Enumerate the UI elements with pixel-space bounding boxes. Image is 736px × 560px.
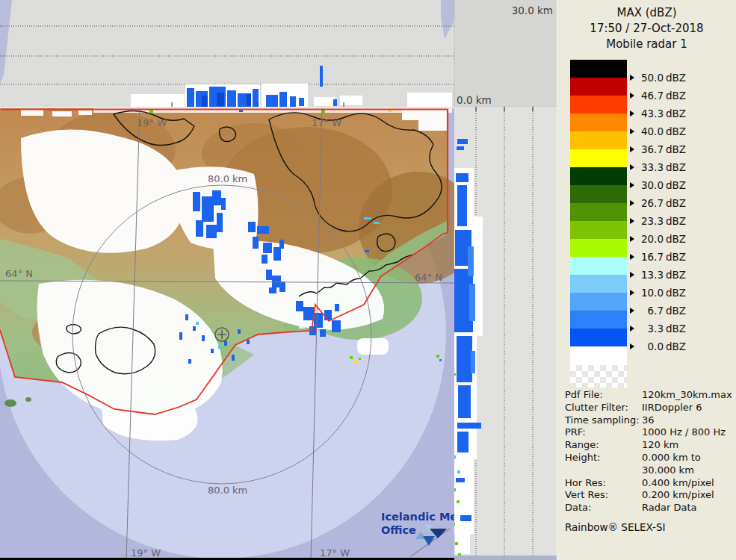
- tick-arrow-icon: [630, 146, 634, 152]
- metadata-value: Radar Data: [642, 502, 734, 514]
- tick-arrow-icon: [630, 75, 634, 81]
- lat-label-right: 64° N: [415, 272, 442, 283]
- colorbar-tick: 16.7dBZ: [630, 251, 686, 263]
- tick-arrow-icon: [630, 326, 634, 332]
- colorbar-tick: 13.3dBZ: [630, 269, 686, 281]
- metadata-label: Height:: [565, 452, 642, 464]
- colorbar-tick: 33.3dBZ: [630, 161, 686, 173]
- tick-unit: dBZ: [666, 125, 686, 137]
- tick-arrow-icon: [630, 164, 634, 170]
- tick-arrow-icon: [630, 343, 634, 349]
- colorbar-tick: 23.3dBZ: [630, 215, 686, 227]
- product-datetime: 17:50 / 27-Oct-2018: [557, 21, 736, 37]
- tick-arrow-icon: [630, 182, 634, 188]
- metadata-value: 0.200 km/pixel: [642, 489, 734, 502]
- metadata-row: Vert Res:0.200 km/pixel: [565, 489, 734, 502]
- tick-unit: dBZ: [666, 179, 686, 191]
- colorbar-band: [570, 167, 627, 185]
- range-ring-label-north: 80.0 km: [208, 173, 247, 184]
- colorbar-tick: 36.7dBZ: [630, 143, 686, 155]
- tick-value: 10.0: [637, 287, 664, 299]
- metadata-table: Pdf File:120km_30km.maxClutter Filter:II…: [565, 389, 734, 534]
- radar-map-view[interactable]: 19° W 17° W 19° W 17° W 64° N 64° N 80.0…: [0, 108, 478, 560]
- colorbar-tick: 50.0dBZ: [630, 72, 686, 84]
- tick-unit: dBZ: [666, 197, 686, 209]
- tick-arrow-icon: [630, 290, 634, 296]
- tick-value: 43.3: [637, 108, 664, 119]
- tick-value: 26.7: [637, 197, 664, 209]
- tick-unit: dBZ: [666, 143, 686, 155]
- colorbar-tick: 20.0dBZ: [630, 233, 686, 245]
- tick-value: 13.3: [637, 269, 664, 281]
- tick-arrow-icon: [630, 111, 634, 116]
- tick-value: 20.0: [637, 233, 664, 245]
- colorbar-band: [570, 185, 627, 203]
- tick-arrow-icon: [630, 272, 634, 278]
- metadata-row: Pdf File:120km_30km.max: [565, 389, 734, 402]
- tick-unit: dBZ: [666, 305, 686, 317]
- right-profile-footer: [454, 556, 557, 560]
- colorbar-band: [570, 60, 627, 78]
- imo-logo-line2: Office: [381, 524, 416, 536]
- metadata-value: IIRDoppler 6: [642, 402, 734, 414]
- colorbar-band: [570, 96, 627, 113]
- tick-arrow-icon: [630, 128, 634, 134]
- metadata-label: Vert Res:: [565, 489, 642, 502]
- tick-value: 50.0: [637, 72, 664, 84]
- tick-value: 6.7: [637, 305, 664, 317]
- colorbar-bands: [570, 60, 627, 346]
- tick-value: 30.0: [637, 179, 664, 191]
- metadata-label: Clutter Filter:: [565, 402, 642, 414]
- right-height-profile[interactable]: [451, 107, 557, 560]
- metadata-row: Time sampling:36: [565, 414, 734, 427]
- colorbar-band: [570, 239, 627, 257]
- metadata-row: Height:0.000 km to: [565, 452, 734, 464]
- colorbar-tick: 3.3dBZ: [630, 323, 686, 335]
- tick-arrow-icon: [630, 218, 634, 224]
- metadata-value: 1000 Hz / 800 Hz: [642, 426, 734, 439]
- metadata-label: [565, 464, 642, 477]
- tick-value: 33.3: [637, 161, 664, 173]
- lon-label-top-left: 19° W: [137, 117, 167, 128]
- tick-arrow-icon: [630, 93, 634, 99]
- metadata-row: 30.000 km: [565, 464, 734, 477]
- colorbar-band: [570, 149, 627, 167]
- tick-unit: dBZ: [666, 90, 686, 102]
- tick-unit: dBZ: [666, 233, 686, 245]
- colorbar-transparent-band: [570, 365, 627, 388]
- legend-panel: MAX (dBZ) 17:50 / 27-Oct-2018 Mobile rad…: [557, 0, 736, 560]
- colorbar-band: [570, 293, 627, 311]
- colorbar-tick: 40.0dBZ: [630, 125, 686, 137]
- colorbar-band: [570, 329, 627, 346]
- tick-unit: dBZ: [666, 72, 686, 84]
- colorbar-band: [570, 78, 627, 96]
- tick-unit: dBZ: [666, 215, 686, 227]
- metadata-value: 36: [642, 414, 734, 427]
- radar-name: Mobile radar 1: [557, 37, 736, 52]
- software-brand: Rainbow® SELEX-SI: [565, 521, 734, 534]
- colorbar-band: [570, 113, 627, 131]
- metadata-value: 0.400 km/pixel: [642, 477, 734, 490]
- lon-label-bottom-left: 19° W: [131, 547, 161, 559]
- tick-value: 3.3: [637, 323, 664, 335]
- metadata-label: PRF:: [565, 426, 642, 439]
- tick-value: 36.7: [637, 143, 664, 155]
- range-ring-label-south: 80.0 km: [208, 485, 247, 496]
- tick-unit: dBZ: [666, 108, 686, 119]
- metadata-row: Data:Radar Data: [565, 502, 734, 514]
- top-height-profile[interactable]: [0, 0, 454, 107]
- lon-label-bottom-right: 17° W: [320, 547, 350, 559]
- tick-unit: dBZ: [666, 340, 686, 352]
- radar-display: 30.0 km 0.0 km: [0, 0, 557, 560]
- tick-value: 16.7: [637, 251, 664, 263]
- height-scale-corner: 30.0 km 0.0 km: [454, 0, 557, 107]
- metadata-label: Time sampling:: [565, 414, 642, 427]
- tick-unit: dBZ: [666, 323, 686, 335]
- colorbar-band: [570, 203, 627, 221]
- colorbar-tick: 0.0dBZ: [630, 340, 686, 352]
- metadata-label: Pdf File:: [565, 389, 642, 402]
- colorbar-tick: 46.7dBZ: [630, 90, 686, 102]
- colorbar: 50.0dBZ46.7dBZ43.3dBZ40.0dBZ36.7dBZ33.3d…: [570, 60, 735, 388]
- metadata-label: Hor Res:: [565, 477, 642, 490]
- colorbar-tick: 43.3dBZ: [630, 108, 686, 119]
